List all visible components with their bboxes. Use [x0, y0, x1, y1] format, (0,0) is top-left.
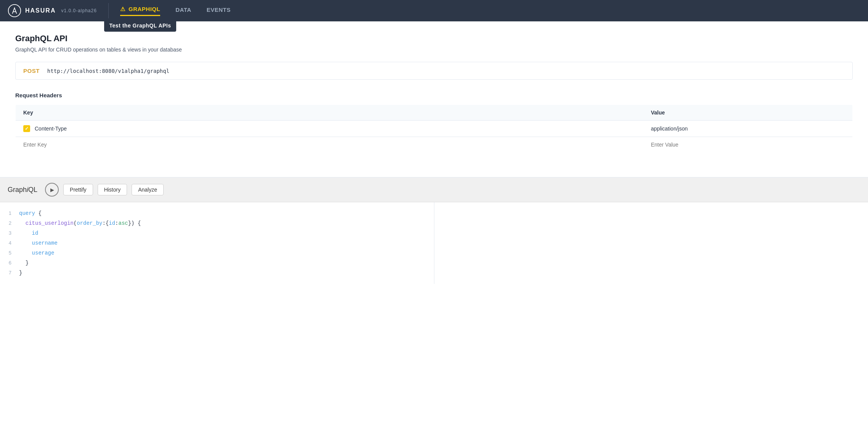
graphiql-toolbar: GraphiQL Prettify History Analyze: [0, 177, 868, 202]
nav-data-label: DATA: [175, 6, 191, 13]
code-line-7: 7 }: [0, 268, 434, 278]
code-line-4: 4 username: [0, 238, 434, 248]
request-headers-section: Request Headers Key Value Content-Type: [15, 92, 853, 153]
header-divider: [108, 3, 109, 18]
play-button[interactable]: [45, 183, 59, 197]
code-line-1: 1 query {: [0, 208, 434, 218]
request-headers-title: Request Headers: [15, 92, 853, 98]
logo: HASURA v1.0.0-alpha26: [8, 4, 97, 18]
header-value-cell: application/json: [643, 121, 853, 137]
nav-events[interactable]: EVENTS: [207, 6, 231, 15]
header-value-text: application/json: [651, 126, 688, 132]
prettify-button[interactable]: Prettify: [63, 184, 93, 195]
headers-table: Key Value Content-Type application/json: [15, 105, 853, 153]
main-content: GraphQL API GraphQL API for CRUD operati…: [0, 21, 868, 177]
result-pane: [434, 202, 868, 284]
header-empty-row: [16, 137, 853, 153]
header-row-0: Content-Type application/json: [16, 121, 853, 137]
nav-events-label: EVENTS: [207, 6, 231, 13]
tooltip: Test the GraphQL APIs: [104, 19, 177, 32]
endpoint-url: http://localhost:8080/v1alpha1/graphql: [47, 68, 169, 74]
page-title: GraphQL API: [15, 34, 853, 44]
header-value-input-cell: [643, 137, 853, 153]
graphiql-title-suffix: QL: [28, 186, 37, 193]
nav-data[interactable]: DATA: [175, 6, 191, 15]
nav-graphiql[interactable]: ⚠ GRAPHIQL Test the GraphQL APIs: [120, 6, 160, 16]
new-header-key-input[interactable]: [23, 142, 636, 148]
graphiql-warning-icon: ⚠: [120, 6, 125, 12]
header-checkbox[interactable]: [23, 125, 30, 132]
code-line-3: 3 id: [0, 228, 434, 238]
endpoint-bar: POST http://localhost:8080/v1alpha1/grap…: [15, 62, 853, 80]
code-line-2: 2 citus_userlogin(order_by:{id:asc}) {: [0, 218, 434, 228]
query-editor[interactable]: 1 query { 2 citus_userlogin(order_by:{id…: [0, 202, 434, 284]
header-key-input-cell: [16, 137, 643, 153]
version-text: v1.0.0-alpha26: [61, 8, 96, 13]
graphiql-section: GraphiQL Prettify History Analyze 1 quer…: [0, 177, 868, 284]
graphiql-title: GraphiQL: [8, 186, 37, 194]
history-button[interactable]: History: [98, 184, 127, 195]
graphiql-title-prefix: Graph: [8, 186, 27, 193]
header-key-cell: Content-Type: [16, 121, 643, 137]
app-header: HASURA v1.0.0-alpha26 ⚠ GRAPHIQL Test th…: [0, 0, 868, 21]
page-description: GraphQL API for CRUD operations on table…: [15, 47, 853, 53]
hasura-logo-icon: [8, 4, 21, 18]
editor-area: 1 query { 2 citus_userlogin(order_by:{id…: [0, 202, 868, 284]
analyze-button[interactable]: Analyze: [132, 184, 164, 195]
logo-text: HASURA: [25, 7, 56, 14]
col-header-value: Value: [643, 105, 853, 121]
new-header-value-input[interactable]: [651, 142, 845, 148]
nav-graphiql-label: GRAPHIQL: [129, 6, 160, 12]
header-key-value: Content-Type: [35, 126, 67, 132]
col-header-key: Key: [16, 105, 643, 121]
http-method: POST: [23, 68, 40, 74]
code-line-6: 6 }: [0, 258, 434, 268]
main-nav: ⚠ GRAPHIQL Test the GraphQL APIs DATA EV…: [120, 6, 860, 16]
svg-point-0: [8, 5, 21, 17]
code-line-5: 5 userage: [0, 248, 434, 258]
